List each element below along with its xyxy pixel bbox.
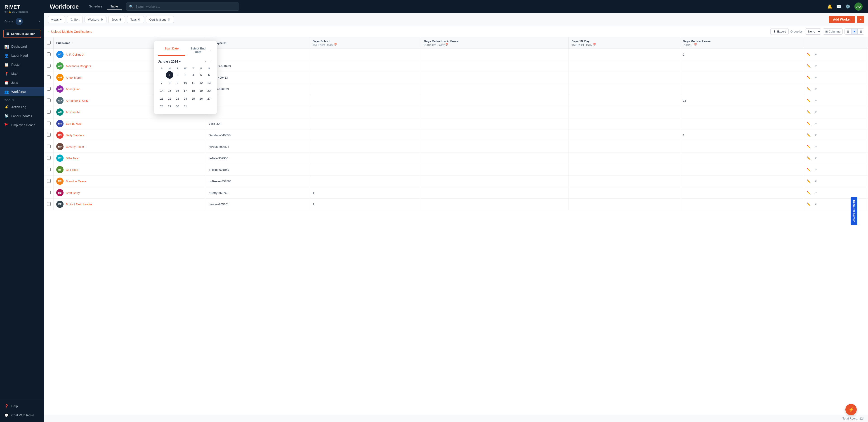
sidebar-item-roster[interactable]: 📋 Roster	[0, 60, 44, 69]
calendar-day[interactable]: 29	[166, 103, 174, 110]
groups-avatar[interactable]: LR	[16, 18, 23, 25]
calendar-prev-button[interactable]: ‹	[204, 59, 208, 64]
sidebar-item-labor-need[interactable]: 👤 Labor Need	[0, 51, 44, 60]
columns-toggle-button[interactable]: ⊞ Columns	[823, 29, 843, 35]
view-list-button[interactable]: ≡	[851, 29, 857, 34]
open-button[interactable]: ↗	[813, 179, 818, 184]
sidebar-item-map[interactable]: 📍 Map	[0, 69, 44, 78]
calendar-day[interactable]: 26	[197, 95, 205, 102]
edit-button[interactable]: ✏️	[806, 133, 811, 137]
edit-button[interactable]: ✏️	[806, 190, 811, 195]
user-avatar[interactable]: AO	[855, 2, 863, 11]
calendar-day[interactable]: 13	[205, 79, 213, 87]
row-select-checkbox[interactable]	[47, 202, 51, 206]
calendar-day[interactable]: 4	[189, 71, 197, 78]
sidebar-item-labor-updates[interactable]: 📡 Labor Updates	[0, 111, 44, 121]
open-button[interactable]: ↗	[813, 190, 818, 195]
open-button[interactable]: ↗	[813, 64, 818, 68]
row-select-checkbox[interactable]	[47, 156, 51, 160]
th-days-medical-date[interactable]: 01/01/2... 📅	[683, 43, 800, 46]
sidebar-item-jobs[interactable]: 📅 Jobs	[0, 78, 44, 87]
open-button[interactable]: ↗	[813, 144, 818, 149]
th-days-school-date[interactable]: 01/01/2024 - today 📅	[313, 43, 418, 46]
open-button[interactable]: ↗	[813, 202, 818, 206]
edit-button[interactable]: ✏️	[806, 64, 811, 68]
edit-button[interactable]: ✏️	[806, 52, 811, 57]
calendar-day[interactable]: 10	[182, 79, 189, 87]
open-button[interactable]: ↗	[813, 98, 818, 103]
th-days-reduction-date[interactable]: 01/01/2024 - today 📅	[424, 43, 566, 46]
calendar-day[interactable]: 20	[205, 87, 213, 94]
edit-button[interactable]: ✏️	[806, 87, 811, 91]
employee-name-link[interactable]: Brett Berry	[66, 191, 80, 195]
employee-name-link[interactable]: Billie Tate	[66, 157, 78, 160]
sidebar-item-chat-rosie[interactable]: 💬 Chat With Rosie	[0, 411, 44, 420]
calendar-day[interactable]: 16	[174, 87, 181, 94]
row-select-checkbox[interactable]	[47, 64, 51, 68]
sidebar-item-help[interactable]: ❓ Help	[0, 402, 44, 411]
edit-button[interactable]: ✏️	[806, 179, 811, 184]
employee-name-link[interactable]: Brandon Reese	[66, 180, 86, 183]
search-input[interactable]	[135, 5, 236, 8]
calendar-day[interactable]: 24	[182, 95, 189, 102]
groups-chevron-icon[interactable]: ›	[39, 20, 40, 23]
employee-name-link[interactable]: Brittoni Field Leader	[66, 203, 92, 206]
th-days-half-date[interactable]: 01/01/2024 - today 📅	[571, 43, 677, 46]
calendar-day[interactable]: 17	[182, 87, 189, 94]
employee-name-link[interactable]: Beverly Poole	[66, 145, 84, 149]
calendar-day[interactable]: 5	[197, 71, 205, 78]
row-select-checkbox[interactable]	[47, 144, 51, 148]
select-all-checkbox[interactable]	[47, 41, 51, 44]
calendar-day[interactable]: 28	[158, 103, 165, 110]
calendar-day[interactable]: 14	[158, 87, 165, 94]
calendar-day[interactable]: 7	[158, 79, 165, 87]
cal-tab-start[interactable]: Start Date	[158, 45, 185, 56]
resource-center-button[interactable]: Resource Center	[850, 197, 857, 225]
edit-button[interactable]: ✏️	[806, 156, 811, 160]
view-grid-button[interactable]: ⊞	[845, 29, 851, 34]
calendar-month-label[interactable]: January 2024 ▾	[158, 60, 181, 63]
edit-button[interactable]: ✏️	[806, 98, 811, 103]
edit-button[interactable]: ✏️	[806, 110, 811, 114]
edit-button[interactable]: ✏️	[806, 121, 811, 126]
open-button[interactable]: ↗	[813, 156, 818, 160]
open-button[interactable]: ↗	[813, 110, 818, 114]
sidebar-item-workforce[interactable]: 👥 Workforce	[0, 87, 44, 96]
open-button[interactable]: ↗	[813, 52, 818, 57]
groupby-select[interactable]: None Job Tag	[805, 29, 821, 35]
sort-button[interactable]: ⇅ Sort	[67, 16, 83, 23]
calendar-day[interactable]: 6	[205, 71, 213, 78]
calendar-day[interactable]: 27	[205, 95, 213, 102]
workers-filter-button[interactable]: Workers ⚙	[85, 16, 106, 23]
calendar-day[interactable]: 21	[158, 95, 165, 102]
edit-button[interactable]: ✏️	[806, 202, 811, 206]
calendar-icon[interactable]: 📅	[334, 43, 337, 46]
row-select-checkbox[interactable]	[47, 98, 51, 102]
calendar-day[interactable]: 8	[166, 79, 174, 87]
add-worker-dropdown-button[interactable]: ▾	[857, 16, 864, 23]
calendar-day[interactable]: 19	[197, 87, 205, 94]
employee-name-link[interactable]: Betty Sanders	[66, 133, 84, 137]
calendar-day[interactable]: 12	[197, 79, 205, 87]
calendar-day[interactable]: 2	[174, 71, 181, 78]
mail-icon[interactable]: ✉️	[836, 4, 841, 9]
tab-schedule[interactable]: Schedule	[86, 3, 106, 10]
calendar-day[interactable]: 9	[174, 79, 181, 87]
calendar-day[interactable]: 31	[182, 103, 189, 110]
calendar-day[interactable]: 18	[189, 87, 197, 94]
export-button[interactable]: ⬇ Export	[770, 28, 789, 35]
row-select-checkbox[interactable]	[47, 122, 51, 125]
employee-name-link[interactable]: Armando S. Ortiz	[66, 99, 88, 102]
row-select-checkbox[interactable]	[47, 87, 51, 91]
settings-icon[interactable]: ⚙️	[845, 4, 850, 9]
edit-button[interactable]: ✏️	[806, 75, 811, 80]
open-button[interactable]: ↗	[813, 87, 818, 91]
employee-name-link[interactable]: Bert B. Nash	[66, 122, 83, 125]
calendar-day[interactable]: 15	[166, 87, 174, 94]
row-select-checkbox[interactable]	[47, 75, 51, 79]
row-select-checkbox[interactable]	[47, 53, 51, 56]
jobs-filter-button[interactable]: Jobs ⚙	[108, 16, 125, 23]
chat-rosie-button[interactable]: ⚡	[845, 404, 857, 415]
row-select-checkbox[interactable]	[47, 179, 51, 183]
calendar-icon[interactable]: 📅	[593, 43, 596, 46]
